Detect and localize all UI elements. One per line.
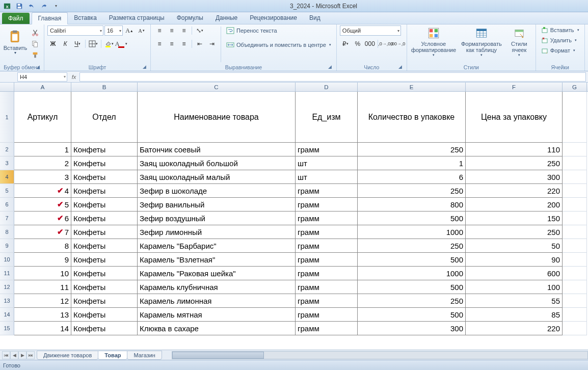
window-title: 3_2024 - Microsoft Excel <box>61 3 586 10</box>
font-color-icon[interactable]: A▾ <box>116 39 127 49</box>
tab-Вставка[interactable]: Вставка <box>68 12 103 24</box>
svg-rect-11 <box>33 52 38 55</box>
number-dialog-icon[interactable]: ◢ <box>397 64 404 70</box>
insert-cells-button[interactable]: Вставить▾ <box>539 25 581 35</box>
align-center-icon[interactable]: ≡ <box>166 39 177 49</box>
svg-rect-23 <box>434 34 438 38</box>
accounting-format-icon[interactable]: ₽▾ <box>340 39 351 49</box>
svg-point-7 <box>33 34 35 36</box>
svg-text:X: X <box>6 4 9 9</box>
formula-bar: H4▾ fx <box>0 71 588 83</box>
tab-Вид[interactable]: Вид <box>303 12 327 24</box>
font-name-combo[interactable]: Calibri▾ <box>47 25 103 36</box>
svg-rect-32 <box>542 29 547 33</box>
align-dialog-icon[interactable]: ◢ <box>327 64 333 70</box>
font-size-combo[interactable]: 16▾ <box>104 25 123 36</box>
titlebar: X ▾ 3_2024 - Microsoft Excel <box>0 0 588 12</box>
svg-rect-33 <box>543 27 545 29</box>
copy-icon[interactable] <box>30 39 41 49</box>
clipboard-dialog-icon[interactable]: ◢ <box>35 64 41 70</box>
svg-rect-6 <box>12 34 18 40</box>
font-dialog-icon[interactable]: ◢ <box>141 64 147 70</box>
svg-rect-16 <box>105 46 111 47</box>
formula-input[interactable] <box>79 72 586 82</box>
decrease-decimal-icon[interactable]: ,00→,0 <box>392 39 404 49</box>
cut-icon[interactable] <box>30 28 41 38</box>
bold-icon[interactable]: Ж <box>47 39 59 49</box>
fill-color-icon[interactable]: ▾ <box>103 39 115 49</box>
tab-Разметка страницы[interactable]: Разметка страницы <box>103 12 171 24</box>
group-alignment: ≡ ≡ ≡ ⤡▾ ≡ ≡ ≡ ⇤ ⇥ Перенос текста <box>151 24 337 71</box>
group-number: Общий▾ ₽▾ % 000 ,0→,00 ,00→,0 Число◢ <box>337 24 407 71</box>
svg-rect-17 <box>227 28 234 34</box>
excel-icon[interactable]: X <box>2 1 12 11</box>
align-bottom-icon[interactable]: ≡ <box>178 25 190 36</box>
undo-icon[interactable] <box>26 1 37 11</box>
qat-dropdown-icon[interactable]: ▾ <box>51 1 61 11</box>
svg-rect-22 <box>430 34 433 38</box>
increase-indent-icon[interactable]: ⇥ <box>206 39 218 49</box>
wrap-text-button[interactable]: Перенос текста <box>224 25 333 36</box>
svg-rect-2 <box>18 4 20 6</box>
shrink-font-icon[interactable]: A▼ <box>136 25 147 36</box>
format-painter-icon[interactable] <box>30 50 41 60</box>
increase-decimal-icon[interactable]: ,0→,00 <box>380 39 391 49</box>
align-middle-icon[interactable]: ≡ <box>166 25 177 36</box>
group-clipboard: Вставить ▾ Буфер обмена◢ <box>0 24 44 71</box>
italic-icon[interactable]: К <box>60 39 71 49</box>
paste-label: Вставить <box>4 45 28 51</box>
format-as-table-button[interactable]: Форматировать как таблицу▾ <box>459 25 504 57</box>
paste-button[interactable]: Вставить ▾ <box>3 25 28 59</box>
align-left-icon[interactable]: ≡ <box>154 39 165 49</box>
cell-styles-button[interactable]: Стили ячеек▾ <box>506 25 532 57</box>
conditional-formatting-button[interactable]: Условное форматирование▾ <box>410 25 457 57</box>
svg-rect-12 <box>34 55 36 58</box>
orientation-icon[interactable]: ⤡▾ <box>194 25 205 36</box>
group-styles: Условное форматирование▾ Форматировать к… <box>407 24 536 71</box>
svg-rect-10 <box>34 42 37 47</box>
delete-cells-button[interactable]: Удалить▾ <box>539 36 581 45</box>
decrease-indent-icon[interactable]: ⇤ <box>194 39 205 49</box>
group-cells-label: Ячейки <box>551 64 569 70</box>
quick-access-toolbar: X ▾ <box>2 1 61 11</box>
merge-center-button[interactable]: Объединить и поместить в центре▾ <box>224 40 333 50</box>
percent-format-icon[interactable]: % <box>352 39 363 49</box>
group-font-label: Шрифт <box>89 64 106 70</box>
save-icon[interactable] <box>14 1 24 11</box>
tab-Данные[interactable]: Данные <box>209 12 244 24</box>
ribbon: Вставить ▾ Буфер обмена◢ Calibri▾ 16▾ A▲… <box>0 24 588 71</box>
name-box[interactable]: H4▾ <box>17 72 67 82</box>
ribbon-tabs: Файл ГлавнаяВставкаРазметка страницыФорм… <box>0 12 588 24</box>
borders-icon[interactable]: ▾ <box>88 39 99 49</box>
svg-point-8 <box>36 34 38 36</box>
grow-font-icon[interactable]: A▲ <box>124 25 135 36</box>
comma-format-icon[interactable]: 000 <box>364 39 376 49</box>
svg-rect-35 <box>542 49 547 53</box>
align-right-icon[interactable]: ≡ <box>178 39 190 49</box>
svg-rect-25 <box>476 29 487 31</box>
tab-Главная[interactable]: Главная <box>32 12 68 24</box>
svg-rect-31 <box>515 30 523 32</box>
tab-file[interactable]: Файл <box>2 13 30 24</box>
number-format-combo[interactable]: Общий▾ <box>340 25 401 36</box>
svg-rect-20 <box>430 29 433 33</box>
tab-Формулы[interactable]: Формулы <box>171 12 209 24</box>
group-cells: Вставить▾ Удалить▾ Формат▾ Ячейки <box>536 24 585 71</box>
svg-rect-21 <box>434 29 438 33</box>
group-styles-label: Стили <box>464 64 479 70</box>
underline-icon[interactable]: Ч▾ <box>72 39 83 49</box>
group-number-label: Число <box>364 64 379 70</box>
tab-Рецензирование[interactable]: Рецензирование <box>244 12 303 24</box>
fx-icon[interactable]: fx <box>68 74 79 80</box>
svg-rect-5 <box>13 30 17 32</box>
redo-icon[interactable] <box>39 1 49 11</box>
group-align-label: Выравнивание <box>225 64 262 70</box>
format-cells-button[interactable]: Формат▾ <box>539 46 581 55</box>
group-font: Calibri▾ 16▾ A▲ A▼ Ж К Ч▾ ▾ ▾ A▾ Шрифт◢ <box>44 24 151 71</box>
align-top-icon[interactable]: ≡ <box>154 25 165 36</box>
svg-rect-3 <box>18 6 21 8</box>
